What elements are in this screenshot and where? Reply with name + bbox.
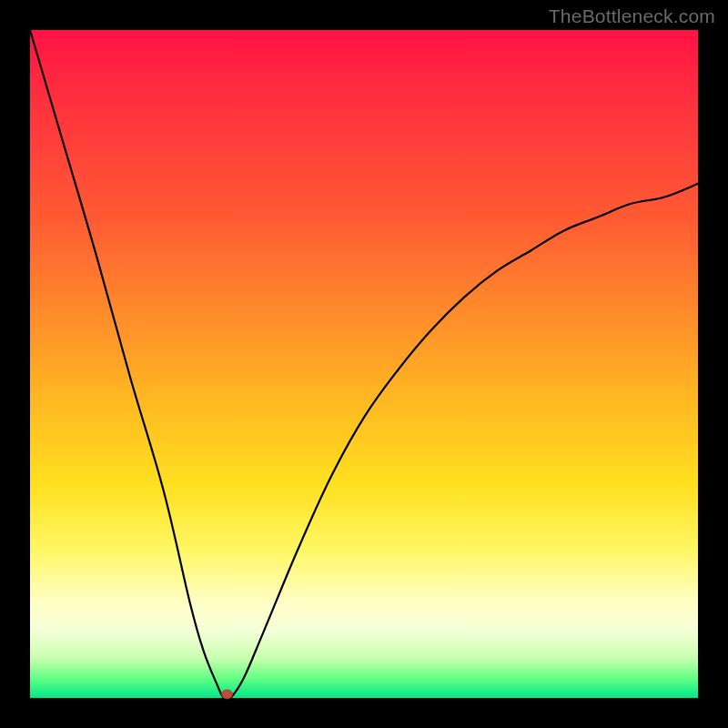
minimum-marker (222, 690, 233, 699)
chart-frame: TheBottleneck.com (0, 0, 728, 728)
plot-area (30, 30, 698, 698)
bottleneck-curve (30, 30, 698, 701)
curve-layer (30, 30, 698, 698)
watermark-text: TheBottleneck.com (549, 5, 715, 27)
